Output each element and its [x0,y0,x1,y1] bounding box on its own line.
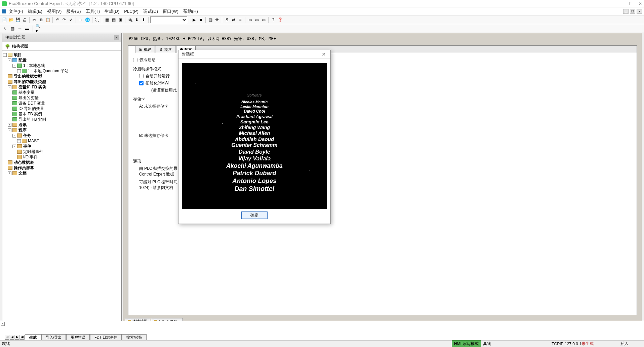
auto-run-checkbox[interactable] [139,74,144,78]
tb-validate[interactable]: ✔ [68,17,74,23]
tree-comm[interactable]: 通讯 [18,122,27,128]
tree-docs[interactable]: 文档 [18,170,27,176]
tb-fullscreen[interactable]: ⛶ [94,17,100,23]
structure-view-header[interactable]: 🌳 结构视图 [2,42,121,51]
tree-export-fb-types[interactable]: 导出的功能块类型 [14,79,46,85]
menu-tools[interactable]: 工具(T) [86,8,100,14]
close-button[interactable]: ✕ [639,1,642,6]
tb-open[interactable]: 📂 [8,17,14,23]
tree-toggle[interactable]: + [8,123,11,127]
tree-export-fb[interactable]: 导出的 FB 实例 [18,117,46,122]
ot-import-export[interactable]: 导入/导出 [41,334,66,340]
tab-overview-2[interactable]: 🗎概述 [156,46,175,53]
tree-anim-tables[interactable]: 动态数据表 [14,160,34,165]
tree-toggle[interactable]: - [12,64,16,68]
tree-mast[interactable]: MAST [28,139,39,143]
tree-toggle[interactable]: + [17,139,21,143]
tb-transfer[interactable]: ⇄ [231,17,237,23]
tb-stop[interactable]: ■ [198,17,204,23]
tb2-zoom[interactable]: 🔍▾ [35,26,41,32]
tb-cut[interactable]: ✂ [31,17,37,23]
menu-build[interactable]: 生成(D) [105,8,119,14]
mdi-restore[interactable]: ❐ [630,9,635,14]
tree-basic-vars[interactable]: 基本变量 [18,90,35,95]
tree-device-ddt[interactable]: 设备 DDT 变量 [18,101,45,106]
tree-basic-fb[interactable]: 基本 FB 实例 [18,111,42,117]
tb-undo[interactable]: ↶ [54,17,61,23]
tree-local-bus[interactable]: 1 : 本地总线 [23,63,45,69]
tb-run[interactable]: ▶ [191,17,197,23]
tb-help[interactable]: ? [270,17,276,23]
tree-toggle[interactable]: - [8,85,11,89]
output-nav-next[interactable]: ▶ [15,335,19,340]
tree-toggle[interactable]: - [12,134,16,138]
ot-user-errors[interactable]: 用户错误 [66,334,90,340]
tree-config[interactable]: 配置 [18,57,27,63]
tb-anim[interactable]: ▥ [207,17,213,23]
tree-vars-fb[interactable]: 变量和 FB 实例 [18,84,46,90]
tree-operator-screens[interactable]: 操作员屏幕 [14,165,34,171]
tb-paste[interactable]: 📋 [45,17,51,23]
tree-timer-events[interactable]: 定时器事件 [23,149,43,155]
tree-quantum-sub[interactable]: 1 : 本地 Quantum 子站 [28,68,69,74]
tb-build-project[interactable]: ▣ [117,17,123,23]
tree-program[interactable]: 程序 [18,127,27,133]
mdi-minimize[interactable]: _ [623,9,629,14]
dialog-ok-button[interactable]: 确定 [241,211,268,219]
tb-download[interactable]: ⬇ [134,17,140,23]
tb-browser[interactable]: 🌐 [84,17,90,23]
panel-close-button[interactable]: × [114,35,119,40]
ot-build[interactable]: 生成 [25,334,41,340]
tb-redo[interactable]: ↷ [61,17,67,23]
tb-upload[interactable]: ⬆ [140,17,147,23]
tb-mem2[interactable]: ▭ [254,17,260,23]
tree-toggle[interactable]: - [8,59,11,62]
tree-project[interactable]: 项目 [14,52,22,58]
tree-io-events[interactable]: I/O 事件 [23,154,38,160]
ot-fdt[interactable]: FDT 日志事件 [90,334,122,340]
dialog-close-button[interactable]: ✕ [320,51,327,57]
output-nav-first[interactable]: ⏮ [5,335,9,340]
tb-goto[interactable]: → [78,17,84,23]
tb-watch[interactable]: 👁 [214,17,220,23]
tree-tasks[interactable]: 任务 [23,133,31,139]
tree-toggle[interactable]: - [12,145,16,148]
init-mwi-checkbox[interactable] [139,81,144,85]
tb-whatsthis[interactable]: ❓ [277,17,283,23]
tb-new[interactable]: 📄 [1,17,7,23]
tb-combo[interactable] [150,16,187,23]
output-nav-prev[interactable]: ◀ [10,335,14,340]
mdi-close[interactable]: × [637,9,642,14]
project-tree[interactable]: -项目 -配置 -1 : 本地总线 +1 : 本地 Quantum 子站 导出的… [2,51,121,325]
tab-overview-1[interactable]: 🗎概述 [135,46,155,53]
menu-file[interactable]: 文件(F) [9,8,23,14]
tb2-module[interactable]: ▦ [9,26,15,32]
tb2-link[interactable]: ─ [17,26,23,32]
tb2-select[interactable]: ↖ [2,26,8,32]
cold-start-checkbox[interactable] [133,58,137,62]
tb-print[interactable]: 🖨 [22,17,28,23]
minimize-button[interactable]: — [619,1,623,6]
tree-events[interactable]: 事件 [23,144,31,149]
tb-mem3[interactable]: ▭ [260,17,267,23]
menu-view[interactable]: 视图(V) [47,8,62,14]
output-close-button[interactable]: × [1,322,5,326]
ot-search[interactable]: 搜索/替换 [122,334,147,340]
tree-toggle[interactable]: + [8,171,11,175]
menu-debug[interactable]: 调试(D) [143,8,158,14]
tb-standard[interactable]: S [224,17,230,23]
menu-plc[interactable]: PLC(P) [124,9,138,14]
tb-copy[interactable]: ⧉ [38,17,44,23]
tree-toggle[interactable]: + [17,69,21,73]
tree-io-export-vars[interactable]: IO 导出的变量 [18,106,44,112]
tb-compare[interactable]: ≡ [237,17,243,23]
tb-build-changes[interactable]: ▤ [111,17,117,23]
menu-window[interactable]: 窗口(W) [163,8,178,14]
tb2-del[interactable]: ▬ [24,26,30,32]
tb-connect[interactable]: 🔌 [127,17,133,23]
menu-help[interactable]: 帮助(H) [183,8,198,14]
output-nav-last[interactable]: ⏭ [20,335,25,340]
menu-edit[interactable]: 编辑(E) [28,8,42,14]
tree-toggle[interactable]: - [3,53,7,57]
tb-build-all[interactable]: ▦ [104,17,110,23]
